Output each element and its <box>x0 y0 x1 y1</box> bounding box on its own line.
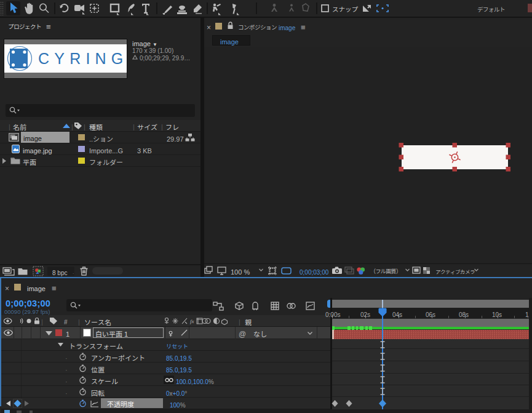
svg-text:CYRING: CYRING <box>38 50 127 67</box>
svg-text:fx: fx <box>190 318 194 324</box>
